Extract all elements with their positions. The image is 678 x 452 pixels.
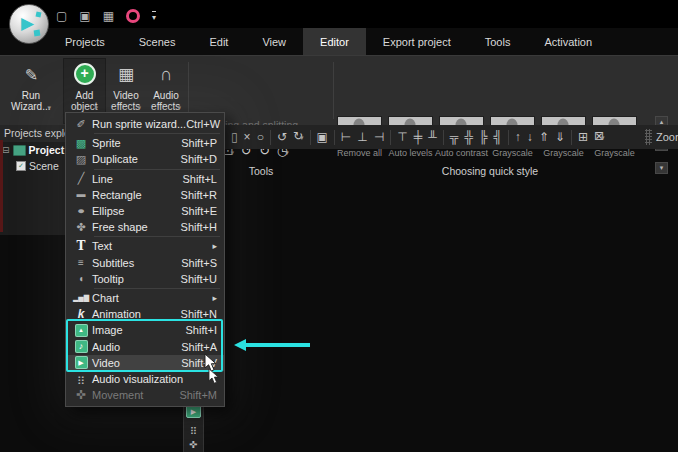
quick-access-settings-icon[interactable]: ▾ [152,11,156,22]
menubar-item-activation[interactable]: Activation [527,28,609,55]
line-icon: ╱ [70,173,92,184]
ungroup-button[interactable]: ⊠▾ [591,130,608,144]
distribute-v-button[interactable]: ╨ [425,131,440,143]
scene-marker-strip [0,140,3,232]
video-icon: ▶ [70,356,92,369]
image-icon: ▲ [75,324,88,337]
audio-icon: ♪ [75,340,88,353]
fit-width-button[interactable]: ╬ [461,131,476,143]
delete-button[interactable]: × [241,131,254,143]
record-icon[interactable] [126,9,140,23]
submenu-arrow-icon: ▸ [212,241,217,251]
menu-item-label: Sprite [92,137,181,149]
projects-explorer-panel: Projects explorer ⊟ Project ✓ Scene [0,125,75,235]
fit-frame-button[interactable]: ╠ [476,131,491,143]
logo-play-icon: ▶ [21,13,34,34]
menu-item-shortcut: Shift+R [181,189,217,201]
menu-item-sprite[interactable]: ▩SpriteShift+P [66,135,224,151]
save-project-icon[interactable]: ▦ [103,10,114,22]
fit-all-button[interactable]: ╣ [490,131,505,143]
toolbar-separator [334,130,335,145]
menu-item-shortcut: Ctrl+W [186,118,220,130]
redo-button[interactable]: ↻▾ [290,130,307,144]
menu-item-animation[interactable]: kAnimationShift+N [66,306,224,322]
menu-item-free-shape[interactable]: ✤Free shapeShift+H [66,219,224,235]
move-down-button[interactable]: ↓ [524,131,536,143]
collapse-icon[interactable]: ⊟ [2,145,10,155]
chart-icon: ▂▅▇ [70,292,92,303]
menu-item-chart[interactable]: ▂▅▇Chart▸ [66,290,224,306]
movement-object-icon[interactable]: ✜ [189,439,197,450]
menu-item-duplicate[interactable]: ▨DuplicateShift+D [66,151,224,167]
rectangle-icon: ▬ [70,189,92,200]
audio-effects-label: Audio effects [151,90,180,112]
ellipse-tool-button[interactable]: ○ [254,131,267,143]
menu-item-audio-visualization[interactable]: ⣶Audio visualization [66,371,224,387]
sprite-icon: ▩ [70,138,92,149]
menu-item-run-sprite-wizard-[interactable]: ✐Run sprite wizard...Ctrl+W [66,116,224,132]
menubar-item-view[interactable]: View [245,28,303,55]
movement-icon: ✜ [70,390,92,401]
group-button[interactable]: ⊞ [575,131,591,143]
menu-item-shortcut: Shift+P [181,137,217,149]
ribbon-separator [333,62,334,119]
run-wizard-label: Run Wizard... [11,90,50,112]
dropdown-caret-icon: ▾ [230,149,234,156]
menubar-item-scenes[interactable]: Scenes [122,28,193,55]
menubar-item-edit[interactable]: Edit [192,28,245,55]
align-left-button[interactable]: ⊢ [338,131,354,143]
rectangle-tool-button[interactable]: ▯ [228,131,241,143]
image-icon: ▲ [70,323,92,337]
menu-item-line[interactable]: ╱LineShift+L [66,171,224,187]
audio-visualization-icon: ⣶ [70,373,92,384]
align-top-button[interactable]: ⊤ [394,131,410,143]
menu-item-label: Rectangle [92,189,181,201]
align-right-button[interactable]: ⊣ [371,131,387,143]
menu-item-shortcut: Shift+H [181,221,217,233]
submenu-arrow-icon: ▸ [212,293,217,303]
run-wizard-button[interactable]: ✐ Run Wizard...▾ [2,58,60,124]
bring-front-button[interactable]: ⇑ [536,131,552,143]
select-all-button[interactable]: ▣ [314,131,331,143]
align-center-button[interactable]: ⊥ [354,131,370,143]
menubar-item-editor[interactable]: Editor [303,28,366,55]
audio-visualization-object-icon[interactable]: ⣶ [190,423,197,434]
undo-button[interactable]: ↺ [274,131,290,143]
project-label: Project [29,144,65,156]
menubar-item-projects[interactable]: Projects [48,28,122,55]
add-object-menu: ✐Run sprite wizard...Ctrl+W▩SpriteShift+… [65,112,225,407]
menu-separator [94,236,220,237]
new-project-icon[interactable]: ▢ [56,10,67,22]
send-back-button[interactable]: ⇓ [552,131,568,143]
menu-item-shortcut: Shift+D [181,153,217,165]
menu-item-label: Audio [92,341,181,353]
zoom-label: Zoom [656,131,678,143]
menu-item-rectangle[interactable]: ▬RectangleShift+R [66,187,224,203]
toolbar-separator [310,130,311,145]
menu-item-image[interactable]: ▲ImageShift+I [66,322,224,338]
menu-item-text[interactable]: TText▸ [66,238,224,254]
menu-item-subtitles[interactable]: ≡SubtitlesShift+S [66,255,224,271]
timeline-object-strip: ▶⣶✜ [183,402,204,452]
scene-checkbox[interactable]: ✓ [16,161,26,171]
app-logo[interactable]: ▶ [9,4,49,44]
menubar-item-tools[interactable]: Tools [468,28,528,55]
menu-item-ellipse[interactable]: ●EllipseShift+E [66,203,224,219]
menu-item-audio[interactable]: ♪AudioShift+A [66,338,224,354]
highlight-arrow [234,339,310,352]
move-up-button[interactable]: ↑ [512,131,524,143]
quickstyle-expand-button[interactable]: ▾ [655,162,668,174]
menu-item-video[interactable]: ▶VideoShift+V [66,355,224,371]
distribute-h-button[interactable]: ╪ [411,131,426,143]
menubar-item-export-project[interactable]: Export project [366,28,468,55]
menu-item-tooltip[interactable]: ◖TooltipShift+U [66,271,224,287]
tooltip-icon: ◖ [70,273,92,284]
dropdown-caret-icon: ▾ [601,134,605,141]
menu-separator [94,169,220,170]
fit-height-button[interactable]: ╦ [447,131,462,143]
menu-item-movement: ✜MovementShift+M [66,387,224,403]
toolbar-grip-icon[interactable] [645,129,652,145]
vsdc-editor-window: ▶ ▢▣▦▾ ProjectsScenesEditViewEditorExpor… [0,0,678,452]
open-project-icon[interactable]: ▣ [79,10,90,22]
project-tree-item[interactable]: ⊟ Project [0,142,75,158]
